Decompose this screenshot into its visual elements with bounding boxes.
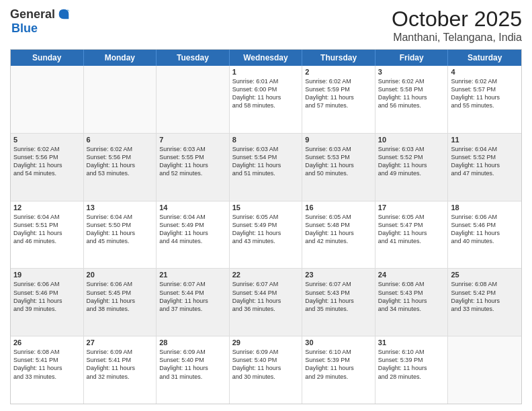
day-details: Sunrise: 6:01 AMSunset: 6:00 PMDaylight:…: [232, 77, 300, 110]
weekday-header-friday: Friday: [375, 50, 449, 66]
day-details: Sunrise: 6:04 AMSunset: 5:50 PMDaylight:…: [87, 213, 154, 246]
day-number: 28: [159, 338, 226, 347]
weekday-header-thursday: Thursday: [302, 50, 375, 66]
calendar-day-13: 13Sunrise: 6:04 AMSunset: 5:50 PMDayligh…: [84, 201, 157, 269]
calendar-day-25: 25Sunrise: 6:08 AMSunset: 5:42 PMDayligh…: [448, 269, 521, 336]
location-subtitle: Manthani, Telangana, India: [392, 32, 522, 44]
day-number: 3: [378, 68, 445, 76]
logo-general-text: General: [10, 7, 55, 21]
calendar-day-2: 2Sunrise: 6:02 AMSunset: 5:59 PMDaylight…: [302, 66, 375, 133]
day-details: Sunrise: 6:02 AMSunset: 5:59 PMDaylight:…: [305, 77, 372, 110]
day-number: 18: [451, 203, 519, 212]
day-number: 26: [13, 338, 81, 347]
day-number: 27: [87, 338, 154, 347]
calendar-day-30: 30Sunrise: 6:10 AMSunset: 5:39 PMDayligh…: [302, 336, 375, 404]
day-number: 16: [305, 203, 372, 212]
calendar-day-27: 27Sunrise: 6:09 AMSunset: 5:41 PMDayligh…: [84, 336, 157, 404]
calendar-day-22: 22Sunrise: 6:07 AMSunset: 5:44 PMDayligh…: [230, 269, 303, 336]
day-number: 30: [305, 338, 372, 347]
day-number: 10: [378, 136, 445, 144]
logo: General Blue: [10, 7, 71, 36]
calendar-day-14: 14Sunrise: 6:04 AMSunset: 5:49 PMDayligh…: [157, 201, 230, 269]
day-details: Sunrise: 6:06 AMSunset: 5:46 PMDaylight:…: [13, 280, 81, 313]
calendar-week-5: 26Sunrise: 6:08 AMSunset: 5:41 PMDayligh…: [11, 336, 521, 404]
day-number: 2: [305, 68, 372, 76]
calendar-empty-cell: [157, 66, 230, 133]
calendar-day-21: 21Sunrise: 6:07 AMSunset: 5:44 PMDayligh…: [157, 269, 230, 336]
logo-blue-text: Blue: [11, 21, 38, 35]
calendar-day-26: 26Sunrise: 6:08 AMSunset: 5:41 PMDayligh…: [11, 336, 84, 404]
calendar-day-5: 5Sunrise: 6:02 AMSunset: 5:56 PMDaylight…: [11, 134, 84, 201]
day-number: 15: [232, 203, 300, 212]
calendar-day-16: 16Sunrise: 6:05 AMSunset: 5:48 PMDayligh…: [302, 201, 375, 269]
calendar-week-1: 1Sunrise: 6:01 AMSunset: 6:00 PMDaylight…: [11, 66, 521, 134]
calendar-day-20: 20Sunrise: 6:06 AMSunset: 5:45 PMDayligh…: [84, 269, 157, 336]
calendar-day-19: 19Sunrise: 6:06 AMSunset: 5:46 PMDayligh…: [11, 269, 84, 336]
calendar-day-15: 15Sunrise: 6:05 AMSunset: 5:49 PMDayligh…: [230, 201, 303, 269]
day-number: 14: [159, 203, 226, 212]
day-details: Sunrise: 6:07 AMSunset: 5:44 PMDaylight:…: [232, 280, 300, 313]
day-number: 4: [451, 68, 519, 76]
day-number: 31: [378, 338, 445, 347]
day-details: Sunrise: 6:04 AMSunset: 5:51 PMDaylight:…: [13, 213, 81, 246]
weekday-header-wednesday: Wednesday: [230, 50, 303, 66]
day-details: Sunrise: 6:05 AMSunset: 5:48 PMDaylight:…: [305, 213, 372, 246]
calendar-body: 1Sunrise: 6:01 AMSunset: 6:00 PMDaylight…: [11, 66, 521, 404]
day-number: 8: [232, 136, 300, 144]
calendar-header: SundayMondayTuesdayWednesdayThursdayFrid…: [11, 50, 521, 66]
day-number: 24: [378, 271, 445, 279]
day-number: 17: [378, 203, 445, 212]
calendar: SundayMondayTuesdayWednesdayThursdayFrid…: [10, 49, 522, 404]
day-details: Sunrise: 6:04 AMSunset: 5:49 PMDaylight:…: [159, 213, 226, 246]
day-details: Sunrise: 6:06 AMSunset: 5:45 PMDaylight:…: [87, 280, 154, 313]
day-details: Sunrise: 6:03 AMSunset: 5:54 PMDaylight:…: [232, 145, 300, 178]
day-number: 1: [232, 68, 300, 76]
calendar-day-10: 10Sunrise: 6:03 AMSunset: 5:52 PMDayligh…: [375, 134, 449, 201]
day-details: Sunrise: 6:08 AMSunset: 5:43 PMDaylight:…: [378, 280, 445, 313]
day-details: Sunrise: 6:02 AMSunset: 5:58 PMDaylight:…: [378, 77, 445, 110]
day-number: 25: [451, 271, 519, 279]
day-details: Sunrise: 6:05 AMSunset: 5:47 PMDaylight:…: [378, 213, 445, 246]
day-details: Sunrise: 6:09 AMSunset: 5:40 PMDaylight:…: [232, 348, 300, 381]
weekday-header-sunday: Sunday: [11, 50, 84, 66]
day-details: Sunrise: 6:03 AMSunset: 5:53 PMDaylight:…: [305, 145, 372, 178]
calendar-day-24: 24Sunrise: 6:08 AMSunset: 5:43 PMDayligh…: [375, 269, 449, 336]
calendar-day-1: 1Sunrise: 6:01 AMSunset: 6:00 PMDaylight…: [230, 66, 303, 133]
day-number: 13: [87, 203, 154, 212]
calendar-day-31: 31Sunrise: 6:10 AMSunset: 5:39 PMDayligh…: [375, 336, 449, 404]
calendar-day-9: 9Sunrise: 6:03 AMSunset: 5:53 PMDaylight…: [302, 134, 375, 201]
day-number: 9: [305, 136, 372, 144]
day-details: Sunrise: 6:09 AMSunset: 5:41 PMDaylight:…: [87, 348, 154, 381]
calendar-day-6: 6Sunrise: 6:02 AMSunset: 5:56 PMDaylight…: [84, 134, 157, 201]
day-number: 22: [232, 271, 300, 279]
calendar-day-11: 11Sunrise: 6:04 AMSunset: 5:52 PMDayligh…: [448, 134, 521, 201]
calendar-day-17: 17Sunrise: 6:05 AMSunset: 5:47 PMDayligh…: [375, 201, 449, 269]
calendar-day-3: 3Sunrise: 6:02 AMSunset: 5:58 PMDaylight…: [375, 66, 449, 133]
calendar-day-4: 4Sunrise: 6:02 AMSunset: 5:57 PMDaylight…: [448, 66, 521, 133]
day-details: Sunrise: 6:08 AMSunset: 5:41 PMDaylight:…: [13, 348, 81, 381]
day-details: Sunrise: 6:06 AMSunset: 5:46 PMDaylight:…: [451, 213, 519, 246]
day-details: Sunrise: 6:10 AMSunset: 5:39 PMDaylight:…: [378, 348, 445, 381]
weekday-header-tuesday: Tuesday: [157, 50, 230, 66]
day-number: 7: [159, 136, 226, 144]
calendar-day-29: 29Sunrise: 6:09 AMSunset: 5:40 PMDayligh…: [230, 336, 303, 404]
day-number: 21: [159, 271, 226, 279]
day-details: Sunrise: 6:03 AMSunset: 5:55 PMDaylight:…: [159, 145, 226, 178]
weekday-header-monday: Monday: [84, 50, 157, 66]
day-details: Sunrise: 6:02 AMSunset: 5:57 PMDaylight:…: [451, 77, 519, 110]
calendar-day-7: 7Sunrise: 6:03 AMSunset: 5:55 PMDaylight…: [157, 134, 230, 201]
calendar-empty-cell: [448, 336, 521, 404]
day-details: Sunrise: 6:07 AMSunset: 5:44 PMDaylight:…: [159, 280, 226, 313]
calendar-day-12: 12Sunrise: 6:04 AMSunset: 5:51 PMDayligh…: [11, 201, 84, 269]
day-details: Sunrise: 6:03 AMSunset: 5:52 PMDaylight:…: [378, 145, 445, 178]
title-block: October 2025 Manthani, Telangana, India: [392, 7, 522, 44]
day-number: 19: [13, 271, 81, 279]
day-number: 29: [232, 338, 300, 347]
day-details: Sunrise: 6:02 AMSunset: 5:56 PMDaylight:…: [13, 145, 81, 178]
header: General Blue October 2025 Manthani, Tela…: [10, 7, 522, 44]
page: General Blue October 2025 Manthani, Tela…: [0, 0, 532, 411]
calendar-week-3: 12Sunrise: 6:04 AMSunset: 5:51 PMDayligh…: [11, 201, 521, 269]
logo-icon: [56, 7, 71, 21]
day-number: 12: [13, 203, 81, 212]
day-details: Sunrise: 6:04 AMSunset: 5:52 PMDaylight:…: [451, 145, 519, 178]
